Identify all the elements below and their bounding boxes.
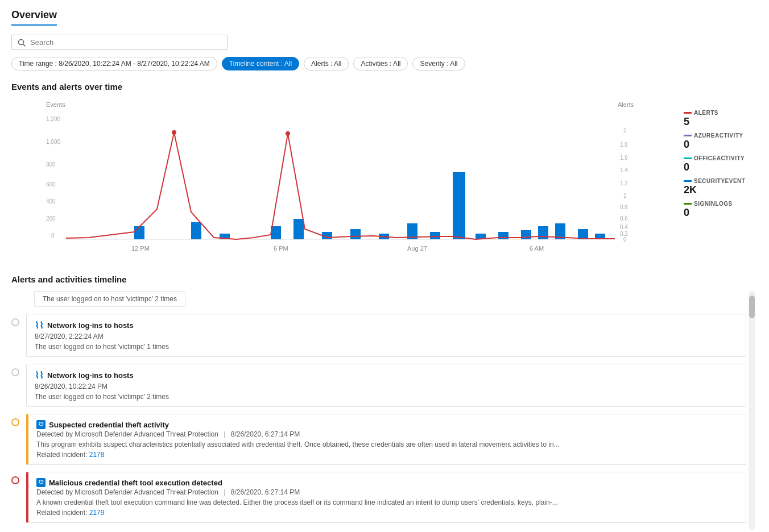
svg-rect-35 [498, 232, 508, 239]
timeline-title: Alerts and activities timeline [11, 275, 758, 284]
card-datetime-1: 8/27/2020, 2:22:24 AM [35, 332, 738, 340]
chart-legend: ALERTS 5 AZUREACTIVITY 0 OFFICEACTIVITY [684, 98, 758, 223]
svg-text:0.6: 0.6 [620, 215, 628, 222]
timeline-dot-4 [11, 476, 19, 484]
timeline-dot-2 [11, 368, 19, 376]
svg-text:6 PM: 6 PM [274, 245, 288, 252]
svg-text:1.8: 1.8 [620, 142, 628, 148]
timeline-card-1[interactable]: ⌇⌇ Network log-ins to hosts 8/27/2020, 2… [26, 314, 746, 357]
svg-text:1: 1 [623, 193, 627, 199]
timeline-content-area: The user logged on to host 'victimpc' 2 … [11, 291, 758, 530]
card-desc-1: The user logged on to host 'victimpc' 1 … [35, 343, 738, 351]
filter-activities[interactable]: Activities : All [353, 57, 408, 70]
search-icon [18, 39, 26, 47]
svg-point-42 [286, 131, 290, 136]
svg-text:600: 600 [46, 181, 56, 188]
timeline-item-1: ⌇⌇ Network log-ins to hosts 8/27/2020, 2… [11, 314, 746, 364]
timeline-dot-3 [11, 418, 19, 426]
svg-text:1.4: 1.4 [620, 167, 628, 173]
card-related-3: Related incident: 2178 [36, 451, 738, 459]
scrollbar-track [749, 291, 755, 530]
card-datetime-2: 8/26/2020, 10:22:24 PM [35, 383, 738, 390]
svg-text:0.8: 0.8 [620, 204, 628, 210]
filter-alerts[interactable]: Alerts : All [304, 57, 349, 70]
timeline-item-2: ⌇⌇ Network log-ins to hosts 8/26/2020, 1… [11, 364, 746, 414]
chart-outer: Events 1,200 1,000 800 600 400 200 0 Ale… [11, 98, 758, 257]
filter-timeline-content[interactable]: Timeline content : All [222, 57, 299, 70]
shield-icon-4: 🛡 [36, 478, 46, 487]
legend-azure-activity: AZUREACTIVITY 0 [684, 132, 758, 151]
filters-row: Time range : 8/26/2020, 10:22:24 AM - 8/… [11, 57, 758, 70]
filter-time-range[interactable]: Time range : 8/26/2020, 10:22:24 AM - 8/… [11, 57, 217, 70]
search-input-wrapper [11, 35, 228, 50]
card-title-1: ⌇⌇ Network log-ins to hosts [35, 320, 738, 331]
card-title-4: 🛡 Malicious credential theft tool execut… [36, 478, 738, 487]
timeline-item-3: 🛡 Suspected credential theft activity De… [11, 414, 746, 472]
legend-office-activity: OFFICEACTIVITY 0 [684, 155, 758, 173]
timeline-partial-item: The user logged on to host 'victimpc' 2 … [34, 291, 185, 307]
svg-text:400: 400 [46, 198, 56, 205]
svg-rect-24 [191, 222, 201, 239]
page-title: Overview [11, 9, 57, 26]
legend-alerts: ALERTS 5 [684, 110, 758, 128]
card-meta-4: Detected by Microsoft Defender Advanced … [36, 488, 738, 496]
card-meta-3: Detected by Microsoft Defender Advanced … [36, 430, 738, 438]
svg-text:0: 0 [623, 236, 627, 243]
card-title-3: 🛡 Suspected credential theft activity [36, 420, 738, 429]
filter-severity[interactable]: Severity : All [412, 57, 465, 70]
card-title-2: ⌇⌇ Network log-ins to hosts [35, 370, 738, 381]
timeline-card-2[interactable]: ⌇⌇ Network log-ins to hosts 8/26/2020, 1… [26, 364, 746, 407]
scrollbar-area [749, 291, 758, 530]
search-input[interactable] [30, 38, 221, 47]
timeline-list-container: The user logged on to host 'victimpc' 2 … [11, 291, 746, 530]
timeline-partial-wrapper: The user logged on to host 'victimpc' 2 … [11, 291, 746, 314]
timeline-card-3[interactable]: 🛡 Suspected credential theft activity De… [26, 414, 746, 465]
svg-text:1.2: 1.2 [620, 180, 628, 186]
svg-rect-29 [350, 229, 361, 239]
svg-text:2: 2 [623, 127, 627, 134]
shield-icon-3: 🛡 [36, 420, 46, 429]
timeline-item-4: 🛡 Malicious credential theft tool execut… [11, 472, 746, 530]
chart-svg: Events 1,200 1,000 800 600 400 200 0 Ale… [11, 98, 672, 257]
svg-text:6 AM: 6 AM [530, 245, 544, 252]
search-bar [11, 35, 758, 50]
legend-signin-logs: SIGNINLOGS 0 [684, 201, 758, 219]
svg-text:Alerts: Alerts [618, 101, 634, 108]
card-desc-2: The user logged on to host 'victimpc' 2 … [35, 393, 738, 401]
svg-text:Aug 27: Aug 27 [407, 245, 427, 252]
chart-section: Events and alerts over time Events 1,200… [11, 82, 758, 257]
timeline-card-4[interactable]: 🛡 Malicious credential theft tool execut… [26, 472, 746, 523]
related-incident-link-3[interactable]: 2178 [89, 451, 105, 459]
svg-text:0.4: 0.4 [620, 224, 628, 230]
card-desc-3: This program exhibits suspect characteri… [36, 440, 738, 448]
scrollbar-thumb[interactable] [749, 296, 755, 318]
activity-icon-2: ⌇⌇ [35, 370, 44, 381]
svg-text:Events: Events [46, 101, 65, 108]
svg-text:800: 800 [46, 161, 56, 168]
page-container: Overview Time range : 8/26/2020, 10:22:2… [0, 0, 769, 532]
chart-area: Events 1,200 1,000 800 600 400 200 0 Ale… [11, 98, 672, 257]
related-incident-link-4[interactable]: 2179 [89, 509, 105, 517]
svg-line-1 [23, 44, 26, 46]
svg-text:1,200: 1,200 [46, 116, 60, 122]
svg-text:12 PM: 12 PM [131, 245, 150, 252]
activity-icon-1: ⌇⌇ [35, 320, 44, 331]
svg-rect-37 [538, 226, 548, 239]
chart-title: Events and alerts over time [11, 82, 758, 92]
svg-text:1,000: 1,000 [46, 139, 60, 145]
timeline-section: Alerts and activities timeline The user … [11, 275, 758, 530]
svg-rect-23 [134, 226, 144, 239]
svg-text:200: 200 [46, 215, 56, 222]
svg-text:1.6: 1.6 [620, 155, 628, 161]
svg-rect-32 [430, 232, 440, 239]
timeline-dot-1 [11, 318, 19, 326]
svg-rect-33 [453, 172, 465, 239]
card-related-4: Related incident: 2179 [36, 509, 738, 517]
svg-point-41 [172, 130, 176, 135]
svg-rect-27 [293, 219, 304, 239]
card-desc-4: A known credential theft tool execution … [36, 498, 738, 506]
legend-security-event: SECURITYEVENT 2K [684, 178, 758, 196]
svg-text:0: 0 [51, 232, 55, 239]
